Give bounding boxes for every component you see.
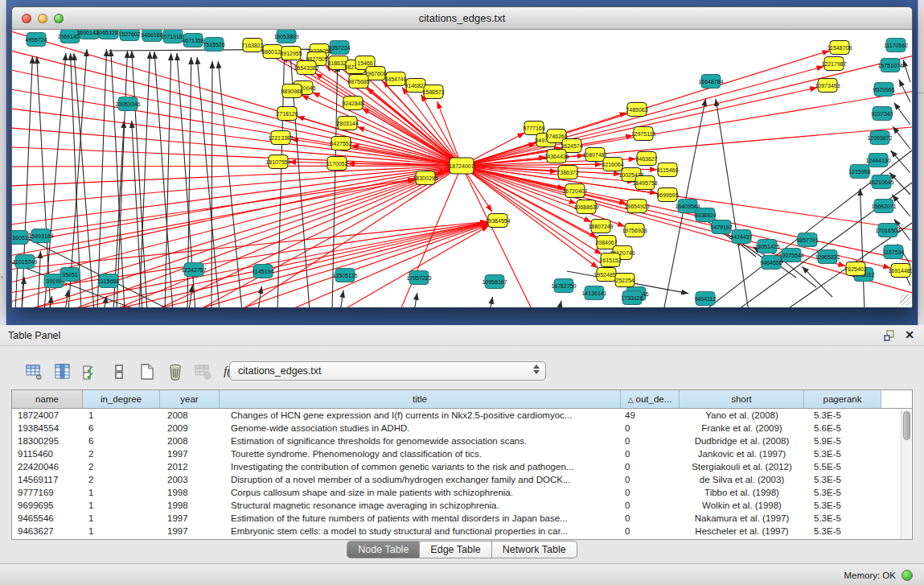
network-node[interactable]: 16782759 — [551, 279, 576, 293]
network-node[interactable]: 16648784 — [698, 75, 723, 89]
network-node[interactable]: 12975115 — [631, 127, 656, 141]
network-node[interactable]: 8912955 — [280, 47, 302, 60]
right-panel-edge[interactable] — [918, 0, 924, 325]
network-node[interactable]: 16053809 — [273, 30, 298, 43]
network-node[interactable]: 16720407 — [562, 184, 587, 198]
table-row[interactable]: 969969511998Structural magnetic resonanc… — [12, 499, 912, 512]
network-node[interactable]: 4671358 — [182, 34, 203, 47]
network-node[interactable]: 15692071 — [871, 200, 896, 213]
network-node[interactable]: 18300295 — [413, 171, 437, 185]
network-node[interactable]: 9777169 — [523, 122, 544, 135]
new-file-button[interactable] — [137, 361, 158, 382]
network-node[interactable]: 1588573 — [422, 85, 444, 99]
table-row[interactable]: 1830029562008Estimation of significance … — [12, 435, 912, 447]
network-node[interactable]: 15751074 — [877, 59, 902, 72]
network-node[interactable]: 2803144 — [336, 117, 358, 130]
tab-edge-table[interactable]: Edge Table — [420, 541, 491, 558]
network-node[interactable]: 9227343 — [871, 107, 893, 121]
network-node[interactable]: 7515526 — [203, 38, 224, 51]
network-node[interactable]: 1115688 — [98, 274, 119, 288]
tab-node-table[interactable]: Node Table — [347, 541, 420, 558]
network-node[interactable]: 10973493 — [815, 79, 840, 93]
network-node[interactable]: 9890988 — [281, 84, 302, 98]
network-node[interactable]: 10075544 — [778, 249, 803, 262]
network-node[interactable]: 16210645 — [869, 175, 893, 189]
network-node[interactable]: 18807249 — [588, 220, 613, 233]
column-header-short[interactable]: short — [680, 390, 804, 408]
memory-ok-indicator-icon[interactable] — [901, 570, 913, 581]
resize-grip[interactable] — [900, 295, 911, 306]
column-header-name[interactable]: name — [12, 390, 83, 408]
delete-rows-trash-button[interactable] — [165, 361, 186, 382]
network-node[interactable]: 10653287 — [96, 30, 121, 39]
network-node[interactable]: 19756928 — [622, 224, 647, 237]
left-panel-edge[interactable]: › — [0, 0, 6, 325]
network-node[interactable]: 9242848 — [342, 97, 363, 110]
network-node[interactable]: 17016504 — [875, 224, 900, 237]
select-all-check-button[interactable]: ✓✓ — [80, 361, 101, 382]
column-header-year[interactable]: year — [160, 390, 220, 408]
table-row[interactable]: 946362711997Embryonic stem cells: a mode… — [12, 525, 912, 538]
network-node[interactable]: 12444130 — [865, 154, 890, 167]
network-node[interactable]: 9115460 — [657, 163, 679, 177]
network-node[interactable]: 17957223 — [406, 271, 431, 285]
network-node[interactable]: 7625402 — [844, 262, 866, 276]
column-header-in-degree[interactable]: in_degree — [83, 390, 160, 408]
network-node[interactable]: 6216064 — [602, 158, 623, 171]
network-node[interactable]: 6479197 — [710, 220, 732, 234]
network-node[interactable]: 7163822 — [241, 39, 263, 52]
network-node[interactable]: 10958167 — [482, 275, 507, 289]
network-node[interactable]: 24364436 — [544, 150, 569, 163]
network-node[interactable]: 16914483 — [888, 264, 912, 278]
column-header-out-degree[interactable]: △out_de... — [621, 390, 680, 408]
network-node[interactable]: 10688639 — [573, 200, 598, 214]
network-node[interactable]: 1615152 — [599, 253, 621, 267]
network-node[interactable]: 8454749 — [384, 72, 406, 86]
table-row[interactable]: 1872400712008Changes of HCN gene express… — [12, 409, 912, 422]
column-header-pagerank[interactable]: pagerank — [804, 390, 881, 408]
network-node[interactable]: 10965831 — [815, 250, 840, 264]
table-selector-dropdown[interactable]: citations_edges.txt — [229, 361, 546, 381]
network-node[interactable]: 2718126 — [276, 107, 298, 121]
network-node[interactable]: 9474437 — [730, 230, 752, 244]
column-header-title[interactable]: title — [220, 390, 621, 408]
network-node[interactable]: 12342757 — [181, 263, 206, 277]
table-row[interactable]: 946554611997Estimation of the future num… — [12, 512, 912, 525]
table-row[interactable]: 2242004622012Investigating the contribut… — [12, 460, 912, 473]
delete-table-disabled-button[interactable]: ✕ — [193, 361, 214, 382]
network-node[interactable]: 1170052 — [326, 157, 348, 171]
network-node[interactable]: 8427552 — [330, 137, 351, 150]
network-node[interactable]: 9529966 — [873, 83, 894, 97]
network-node[interactable]: 7485063 — [626, 103, 647, 117]
network-node[interactable]: 12093872 — [867, 131, 892, 145]
network-node[interactable]: 18107554 — [265, 155, 290, 169]
window-titlebar[interactable]: citations_edges.txt — [12, 7, 912, 30]
network-node[interactable]: 11170562 — [884, 39, 908, 52]
network-node[interactable]: 1167534 — [883, 245, 905, 259]
network-node[interactable]: 9875685 — [347, 75, 369, 89]
network-node[interactable]: 1215958 — [848, 165, 870, 179]
network-node[interactable]: 1733426 — [621, 291, 643, 305]
table-row[interactable]: 911546021997Tourette syndrome. Phenomeno… — [12, 447, 912, 460]
network-node[interactable]: 252254 — [615, 274, 634, 287]
table-scrollbar-thumb[interactable] — [903, 411, 910, 440]
table-row[interactable]: 1938455462009Genome-wide association stu… — [12, 422, 912, 435]
network-node[interactable]: 18051425 — [754, 240, 779, 253]
network-node[interactable]: 19384554 — [485, 214, 510, 228]
network-node[interactable]: 18495758 — [632, 176, 657, 190]
network-node[interactable]: 20053346 — [115, 97, 140, 111]
table-scrollbar[interactable] — [901, 410, 911, 539]
network-node[interactable]: 9699695 — [656, 188, 678, 202]
network-node[interactable]: 12217987 — [821, 57, 846, 71]
network-node[interactable]: 19654923 — [624, 200, 649, 213]
network-node[interactable]: 1527602 — [118, 30, 140, 41]
network-node[interactable]: 11015049 — [13, 255, 38, 269]
network-node[interactable]: 18724007 — [449, 158, 474, 174]
network-node[interactable]: 9464112 — [695, 292, 717, 306]
network-node[interactable]: 9463627 — [635, 152, 657, 166]
network-node[interactable]: 8938924 — [694, 208, 716, 222]
table-row[interactable]: 1456911722003Disruption of a novel membe… — [12, 473, 912, 486]
table-row[interactable]: 977716911998Corpus callosum shape and si… — [12, 486, 912, 499]
row-height-button[interactable] — [109, 361, 129, 382]
network-canvas[interactable]: 4955724206914061696142610653287152760264… — [12, 30, 912, 307]
